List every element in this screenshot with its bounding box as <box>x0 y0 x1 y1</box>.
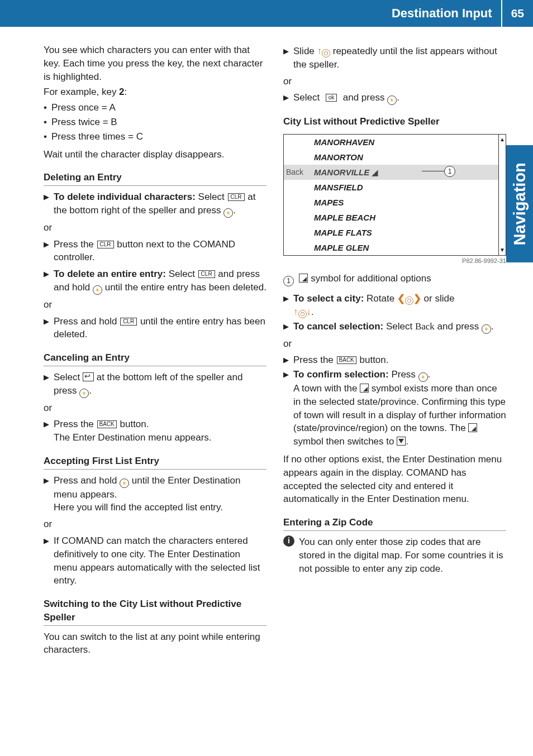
info-note: i You can only enter those zip codes tha… <box>283 535 506 575</box>
controller-press-icon <box>120 479 129 488</box>
slide-up-icon: ↑ <box>293 307 298 317</box>
heading-deleting-entry: Deleting an Entry <box>44 171 266 186</box>
heading-switching-list: Switching to the City List without Predi… <box>44 597 266 626</box>
step-select-ok: ▶ Select ok and press . <box>283 91 506 105</box>
controller-rotate-icon <box>405 296 413 305</box>
city-list-figure: MANORHAVEN MANORTON Back MANORVILLE ◢ MA… <box>283 134 506 256</box>
example-line: For example, key 2: <box>44 85 266 99</box>
step-press-back: ▶ Press the BACK button. The Enter Desti… <box>44 418 266 444</box>
list-item: MAPES <box>284 195 506 210</box>
scrollbar-icon: ▲▼ <box>498 135 506 255</box>
rotate-left-icon: ❮ <box>397 293 405 304</box>
return-icon <box>83 372 94 381</box>
section-tab-navigation: Navigation <box>506 145 533 262</box>
clr-key-icon: CLR <box>198 270 215 278</box>
step-select-back-icon: ▶ Select at the bottom left of the spell… <box>44 371 266 398</box>
list-item: MANORTON <box>284 150 506 165</box>
header-title: Destination Input <box>392 5 501 22</box>
back-key-icon: BACK <box>97 420 117 428</box>
heading-zip-code: Entering a Zip Code <box>283 516 506 531</box>
page-header: Destination Input 65 <box>0 0 533 27</box>
legend-marker-1: 1 <box>283 276 294 286</box>
ok-key-icon: ok <box>326 94 337 102</box>
step-select-city: ▶ To select a city: Rotate ❮❯ or slide ↑… <box>283 292 506 319</box>
slide-up-icon: ↑ <box>317 46 322 56</box>
step-delete-individual: ▶ To delete individual characters: Selec… <box>44 190 266 218</box>
list-item: MAPLE FLATS <box>284 225 506 240</box>
additional-options-icon <box>299 274 308 283</box>
step-delete-entire: ▶ To delete an entire entry: Select CLR … <box>44 267 266 295</box>
clr-key-icon: CLR <box>120 318 137 326</box>
list-item: MAPLE GLEN <box>284 240 506 255</box>
step-confirm-selection: ▶ To confirm selection: Press . A town w… <box>283 368 506 448</box>
switch-text: You can switch to the list at any point … <box>44 630 266 657</box>
controller-press-icon <box>387 95 397 105</box>
rotate-right-icon: ❯ <box>413 293 421 304</box>
controller-slide-icon <box>322 49 330 58</box>
slide-down-icon: ↓ <box>307 307 312 317</box>
heading-accepting-first: Accepting First List Entry <box>44 454 266 470</box>
list-item: MAPLE BEACH <box>284 210 506 225</box>
additional-options-icon <box>360 384 369 393</box>
or-text: or <box>283 337 506 351</box>
page-number: 65 <box>501 0 533 27</box>
callout-1: 1 <box>422 166 455 177</box>
bullet-press-once: •Press once = A <box>44 101 266 114</box>
controller-press-icon <box>93 285 102 295</box>
controller-press-icon <box>418 372 428 382</box>
clr-key-icon: CLR <box>97 241 114 248</box>
additional-options-icon <box>468 423 477 432</box>
step-cancel-selection: ▶ To cancel selection: Select Back and p… <box>283 320 506 334</box>
list-item: MANORHAVEN <box>284 135 506 150</box>
intro-text: You see which characters you can enter w… <box>44 44 266 83</box>
controller-press-icon <box>79 389 89 398</box>
clr-key-icon: CLR <box>228 193 245 201</box>
info-icon: i <box>283 535 294 547</box>
or-text: or <box>44 518 266 531</box>
wait-text: Wait until the character display disappe… <box>44 148 266 161</box>
heading-city-list: City List without Predictive Speller <box>283 115 506 128</box>
or-text: or <box>44 298 266 312</box>
figure-id: P82.86-9992-31 <box>283 257 506 265</box>
step-press-clr: ▶ Press the CLR button next to the COMAN… <box>44 238 266 265</box>
left-column: You see which characters you can enter w… <box>44 44 266 659</box>
controller-slide-icon <box>298 310 307 318</box>
controller-press-icon <box>223 208 233 218</box>
controller-press-icon <box>482 324 491 334</box>
or-text: or <box>283 75 506 88</box>
step-auto-match: ▶ If COMAND can match the characters ent… <box>44 534 266 587</box>
back-key-icon: BACK <box>337 356 356 364</box>
list-item-selected: Back MANORVILLE ◢ <box>284 165 506 180</box>
or-text: or <box>44 401 266 415</box>
bullet-press-three: •Press three times = C <box>44 130 266 143</box>
list-item: MANSFIELD <box>284 180 506 195</box>
or-text: or <box>44 221 266 235</box>
back-label: Back <box>286 167 303 178</box>
step-slide-repeat: ▶ Slide ↑ repeatedly until the list appe… <box>283 45 506 71</box>
step-press-back: ▶ Press the BACK button. <box>283 353 506 367</box>
step-press-hold-accept: ▶ Press and hold until the Enter Destina… <box>44 474 266 514</box>
no-other-options-text: If no other options exist, the Enter Des… <box>283 453 506 506</box>
heading-canceling-entry: Canceling an Entry <box>44 351 266 366</box>
step-press-hold-clr: ▶ Press and hold CLR until the entire en… <box>44 315 266 342</box>
legend-1: 1 symbol for additional options <box>283 272 506 286</box>
bullet-press-twice: •Press twice = B <box>44 116 266 129</box>
right-column: ▶ Slide ↑ repeatedly until the list appe… <box>283 44 506 659</box>
expanded-options-icon <box>397 437 406 446</box>
